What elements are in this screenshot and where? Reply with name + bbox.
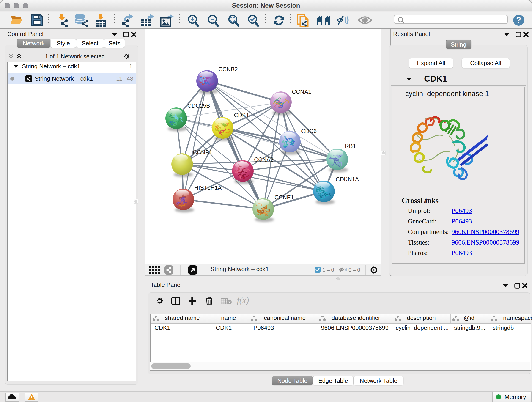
svg-text:CDKN1A: CDKN1A [336, 176, 359, 182]
svg-text:?: ? [516, 15, 521, 25]
svg-text:RB1: RB1 [345, 143, 356, 149]
svg-text:CCNB1: CCNB1 [193, 149, 212, 156]
svg-text:CDK1: CDK1 [234, 112, 249, 118]
svg-text:CDC6: CDC6 [301, 128, 317, 134]
svg-text:CCNE1: CCNE1 [274, 194, 294, 201]
svg-text:CCNA1: CCNA1 [292, 89, 311, 95]
svg-text:CCNB2: CCNB2 [218, 66, 238, 72]
svg-text:CCNA2: CCNA2 [254, 156, 273, 163]
svg-text:HIST1H1A: HIST1H1A [194, 185, 222, 191]
svg-text:CDC25B: CDC25B [187, 102, 210, 109]
